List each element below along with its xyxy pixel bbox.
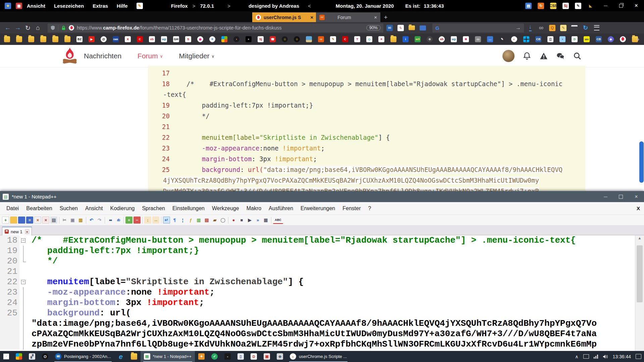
- chat-icon[interactable]: [556, 52, 565, 60]
- bookmark-brackets[interactable]: []: [547, 36, 553, 42]
- sync-scroll-v-icon[interactable]: ↕: [144, 217, 151, 224]
- bookmark-rocket[interactable]: ✈: [209, 36, 215, 42]
- bookmark-pin[interactable]: ◆: [608, 36, 614, 42]
- page-scrollbar-thumb[interactable]: [639, 141, 644, 183]
- stylish-icon[interactable]: Sj: [562, 3, 569, 9]
- download-icon[interactable]: ↓: [525, 23, 535, 33]
- file-monitoring-icon[interactable]: ◯: [219, 217, 226, 224]
- macro-run-multi-icon[interactable]: »: [254, 217, 261, 224]
- npp-menu-ausfhren[interactable]: Ausführen: [265, 205, 297, 212]
- start-button[interactable]: [0, 351, 12, 362]
- fold-margin[interactable]: [19, 277, 28, 287]
- warning-icon[interactable]: [539, 52, 548, 60]
- forward-button[interactable]: →: [13, 23, 23, 33]
- orange-magnifier-icon[interactable]: Q: [547, 23, 557, 33]
- macro-stop-icon[interactable]: ■: [238, 217, 245, 224]
- npp-menu-datei[interactable]: Datei: [3, 205, 22, 212]
- url-bar[interactable]: https://www.camp-firefox.de/forum/thema/…: [48, 23, 383, 33]
- bookmark-microsoft[interactable]: [221, 36, 227, 42]
- close-file-icon[interactable]: ×: [34, 217, 41, 224]
- note-wrench-icon[interactable]: ✎: [558, 23, 568, 33]
- note-edit-icon[interactable]: ✎: [575, 3, 581, 9]
- bookmark-folder[interactable]: [64, 36, 70, 42]
- bookmark-x[interactable]: X: [125, 36, 131, 42]
- tab-forum[interactable]: f-f Forum ×: [316, 12, 380, 22]
- npp-menu-makro[interactable]: Makro: [243, 205, 265, 212]
- bookmark-folder[interactable]: [390, 36, 396, 42]
- blue-folder-icon[interactable]: [418, 23, 428, 33]
- menu-hilfe[interactable]: Hilfe: [117, 3, 128, 9]
- bookmark-chat[interactable]: …: [487, 36, 493, 42]
- bookmark-sh[interactable]: sh: [439, 36, 445, 42]
- bookmark-github[interactable]: GH: [173, 36, 179, 42]
- npp-menu-werkzeuge[interactable]: Werkzeuge: [208, 205, 243, 212]
- npp-menu-erweiterungen[interactable]: Erweiterungen: [297, 205, 339, 212]
- bookmark-figures[interactable]: ✦: [378, 36, 384, 42]
- open-file-icon[interactable]: [10, 217, 17, 224]
- nav-forum[interactable]: Forum∨: [138, 52, 163, 60]
- refresh-orange-icon[interactable]: ↻: [538, 3, 544, 9]
- bookmark-folder[interactable]: [28, 36, 34, 42]
- bookmark-app-icon[interactable]: ★: [5, 3, 11, 9]
- close-button[interactable]: ×: [629, 191, 644, 202]
- indent-guide-icon[interactable]: ¦: [179, 217, 186, 224]
- bookmark-windows[interactable]: [523, 36, 529, 42]
- document-close-x[interactable]: X: [637, 205, 640, 211]
- nav-mitglieder[interactable]: Mitglieder∨: [179, 52, 215, 60]
- macro-save-icon[interactable]: ▦: [262, 217, 269, 224]
- redo-icon[interactable]: ↷: [96, 217, 103, 224]
- layout-window-icon[interactable]: ▤: [525, 3, 532, 9]
- bookmark-bz[interactable]: BZ: [76, 36, 83, 42]
- task-d-app[interactable]: D: [247, 351, 260, 362]
- minimize-button[interactable]: [598, 0, 613, 11]
- bookmark-d-green[interactable]: D: [572, 36, 578, 42]
- red-figure-icon[interactable]: ϟ: [396, 23, 406, 33]
- cut-icon[interactable]: ✂: [61, 217, 68, 224]
- search-icon[interactable]: [573, 52, 582, 60]
- save-file-icon[interactable]: [18, 217, 25, 224]
- nav-nachrichten[interactable]: Nachrichten: [84, 52, 121, 60]
- pinned-opera[interactable]: O: [39, 351, 52, 362]
- tray-chevron-icon[interactable]: ∧: [575, 354, 578, 359]
- lock-icon[interactable]: [61, 25, 66, 31]
- shield-icon[interactable]: [50, 25, 55, 31]
- calendar-icon[interactable]: ▦: [16, 3, 22, 9]
- npp-menu-einstellungen[interactable]: Einstellungen: [169, 205, 208, 212]
- tab-close-icon[interactable]: ×: [308, 14, 313, 20]
- bookmark-folder[interactable]: [16, 36, 22, 42]
- minimize-button[interactable]: [598, 191, 613, 202]
- edit-note-icon[interactable]: ✎: [137, 3, 143, 9]
- bookmark-b64[interactable]: b64: [584, 36, 590, 42]
- home-button[interactable]: ⌂: [33, 23, 43, 33]
- bookmark-sphere[interactable]: ●: [246, 36, 252, 42]
- task-monitor-app[interactable]: ▣: [260, 351, 273, 362]
- close-button[interactable]: ×: [629, 0, 644, 11]
- task-book-app[interactable]: ▯: [234, 351, 247, 362]
- back-button[interactable]: ←: [3, 23, 13, 33]
- bookmark-smiley[interactable]: ☺: [294, 36, 300, 42]
- bookmark-cb-blue[interactable]: CB: [535, 36, 541, 42]
- npp-menu-fenster[interactable]: Fenster: [339, 205, 364, 212]
- bookmark-computerbild[interactable]: C: [137, 36, 143, 42]
- zoom-in-icon[interactable]: +: [125, 217, 132, 224]
- network-icon[interactable]: [594, 355, 598, 359]
- monitor-tray-icon[interactable]: [583, 354, 589, 359]
- notepadpp-editor[interactable]: 18/* #ExtraConfig­Menu-button > menupopu…: [0, 235, 635, 351]
- task-box-app[interactable]: ◆: [273, 351, 286, 362]
- yellow-folder-icon[interactable]: [407, 23, 417, 33]
- hat-icon[interactable]: ◣: [587, 3, 594, 9]
- scroll-up-arrow[interactable]: ▲: [635, 236, 644, 240]
- new-tab-button[interactable]: +: [381, 12, 391, 22]
- action-center-icon[interactable]: [636, 354, 641, 359]
- bookmark-ff-forum[interactable]: f-f: [318, 36, 324, 42]
- bookmark-cb-blue2[interactable]: CB: [596, 36, 602, 42]
- bookmark-globe[interactable]: ⊕: [427, 36, 433, 42]
- pinned-chart[interactable]: ▞: [25, 351, 39, 362]
- bookmark-smiley-wink[interactable]: ☺: [282, 36, 288, 42]
- bookmark-w3[interactable]: w3: [415, 36, 421, 42]
- bookmark-beach-photo[interactable]: [306, 36, 312, 42]
- bookmark-gmx[interactable]: GMX: [113, 36, 119, 42]
- task-thunderbird[interactable]: ✉Posteingang - 2002An...: [52, 351, 114, 362]
- copy-icon[interactable]: ▣: [69, 217, 76, 224]
- reload-button[interactable]: ↻: [23, 23, 33, 33]
